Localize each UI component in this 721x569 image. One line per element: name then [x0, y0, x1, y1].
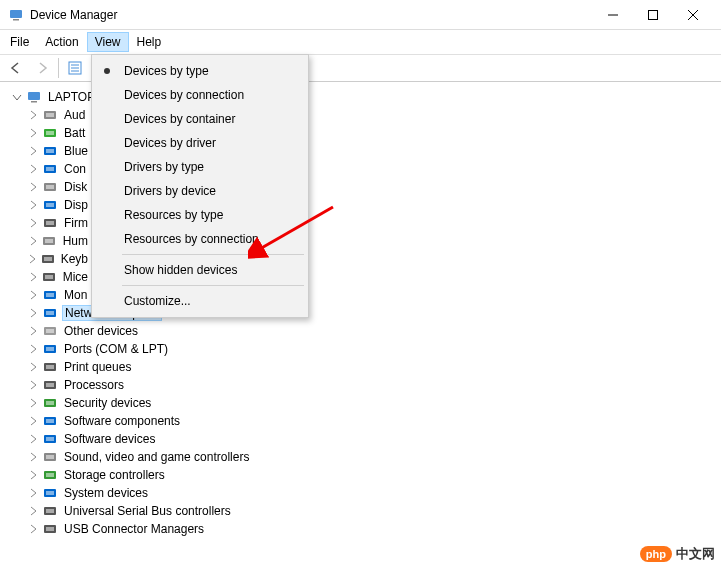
- menu-item-devices-by-container[interactable]: Devices by container: [94, 107, 306, 131]
- svg-rect-33: [45, 275, 53, 279]
- device-category[interactable]: USB Connector Managers: [8, 520, 713, 538]
- forward-button[interactable]: [30, 56, 54, 80]
- close-button[interactable]: [673, 1, 713, 29]
- device-category[interactable]: Hum: [8, 232, 90, 250]
- chevron-right-icon[interactable]: [26, 432, 40, 446]
- menu-item-label: Devices by container: [124, 112, 235, 126]
- device-label: Other devices: [62, 323, 140, 339]
- device-label: Con: [62, 161, 88, 177]
- device-category[interactable]: Software devices: [8, 430, 713, 448]
- chevron-right-icon[interactable]: [26, 504, 40, 518]
- menu-view[interactable]: View: [87, 32, 129, 52]
- svg-rect-61: [46, 527, 54, 531]
- menu-item-label: Drivers by device: [124, 184, 216, 198]
- device-label: Software devices: [62, 431, 157, 447]
- menu-help[interactable]: Help: [129, 32, 170, 52]
- device-label: Blue: [62, 143, 90, 159]
- audio-icon: [42, 107, 58, 123]
- menu-item-drivers-by-device[interactable]: Drivers by device: [94, 179, 306, 203]
- device-label: Processors: [62, 377, 126, 393]
- chevron-right-icon[interactable]: [26, 342, 40, 356]
- menu-item-drivers-by-type[interactable]: Drivers by type: [94, 155, 306, 179]
- device-category[interactable]: Processors: [8, 376, 713, 394]
- chevron-right-icon[interactable]: [26, 216, 40, 230]
- device-category[interactable]: Mice: [8, 268, 90, 286]
- menu-item-customize[interactable]: Customize...: [94, 289, 306, 313]
- svg-rect-39: [46, 329, 54, 333]
- device-category[interactable]: Blue: [8, 142, 90, 160]
- chevron-right-icon[interactable]: [26, 306, 40, 320]
- svg-rect-0: [10, 10, 22, 18]
- minimize-button[interactable]: [593, 1, 633, 29]
- device-category[interactable]: Software components: [8, 412, 713, 430]
- menu-item-devices-by-connection[interactable]: Devices by connection: [94, 83, 306, 107]
- svg-rect-41: [46, 347, 54, 351]
- chevron-right-icon[interactable]: [26, 288, 40, 302]
- device-category[interactable]: Keyb: [8, 250, 90, 268]
- menu-file[interactable]: File: [2, 32, 37, 52]
- device-category[interactable]: Disk: [8, 178, 90, 196]
- chevron-right-icon[interactable]: [26, 324, 40, 338]
- menu-action[interactable]: Action: [37, 32, 86, 52]
- menu-item-label: Drivers by type: [124, 160, 204, 174]
- device-category[interactable]: Aud: [8, 106, 90, 124]
- chevron-down-icon[interactable]: [10, 90, 24, 104]
- device-category[interactable]: Sound, video and game controllers: [8, 448, 713, 466]
- device-category[interactable]: Other devices: [8, 322, 713, 340]
- battery-icon: [42, 125, 58, 141]
- chevron-right-icon[interactable]: [26, 270, 39, 284]
- menu-item-show-hidden-devices[interactable]: Show hidden devices: [94, 258, 306, 282]
- device-category[interactable]: Print queues: [8, 358, 713, 376]
- chevron-right-icon[interactable]: [26, 234, 39, 248]
- menu-item-devices-by-driver[interactable]: Devices by driver: [94, 131, 306, 155]
- device-category[interactable]: Universal Serial Bus controllers: [8, 502, 713, 520]
- svg-rect-59: [46, 509, 54, 513]
- device-category[interactable]: Batt: [8, 124, 90, 142]
- chevron-right-icon[interactable]: [26, 252, 38, 266]
- svg-rect-19: [46, 149, 54, 153]
- menu-item-label: Resources by connection: [124, 232, 259, 246]
- device-category[interactable]: Storage controllers: [8, 466, 713, 484]
- watermark-text: 中文网: [676, 545, 715, 563]
- processor-icon: [42, 377, 58, 393]
- device-label: Disp: [62, 197, 90, 213]
- device-category[interactable]: Con: [8, 160, 90, 178]
- chevron-right-icon[interactable]: [26, 522, 40, 536]
- toolbar-properties-button[interactable]: [63, 56, 87, 80]
- network-icon: [42, 305, 58, 321]
- svg-rect-15: [46, 113, 54, 117]
- device-label: Aud: [62, 107, 87, 123]
- device-category[interactable]: Firm: [8, 214, 90, 232]
- svg-rect-29: [45, 239, 53, 243]
- chevron-right-icon[interactable]: [26, 126, 40, 140]
- menubar: FileActionViewHelp: [0, 30, 721, 54]
- menu-item-resources-by-connection[interactable]: Resources by connection: [94, 227, 306, 251]
- chevron-right-icon[interactable]: [26, 198, 40, 212]
- chevron-right-icon[interactable]: [26, 468, 40, 482]
- maximize-button[interactable]: [633, 1, 673, 29]
- chevron-right-icon[interactable]: [26, 378, 40, 392]
- device-category[interactable]: System devices: [8, 484, 713, 502]
- firmware-icon: [42, 215, 58, 231]
- chevron-right-icon[interactable]: [26, 162, 40, 176]
- chevron-right-icon[interactable]: [26, 360, 40, 374]
- toolbar-separator: [58, 58, 59, 78]
- menu-item-devices-by-type[interactable]: Devices by type: [94, 59, 306, 83]
- menu-item-resources-by-type[interactable]: Resources by type: [94, 203, 306, 227]
- mouse-icon: [41, 269, 56, 285]
- chevron-right-icon[interactable]: [26, 144, 40, 158]
- device-category[interactable]: Mon: [8, 286, 90, 304]
- menu-item-label: Devices by type: [124, 64, 209, 78]
- chevron-right-icon[interactable]: [26, 396, 40, 410]
- device-category[interactable]: Security devices: [8, 394, 713, 412]
- device-category[interactable]: Disp: [8, 196, 90, 214]
- chevron-right-icon[interactable]: [26, 486, 40, 500]
- chevron-right-icon[interactable]: [26, 108, 40, 122]
- other-icon: [42, 323, 58, 339]
- chevron-right-icon[interactable]: [26, 450, 40, 464]
- chevron-right-icon[interactable]: [26, 414, 40, 428]
- device-category[interactable]: Ports (COM & LPT): [8, 340, 713, 358]
- chevron-right-icon[interactable]: [26, 180, 40, 194]
- back-button[interactable]: [4, 56, 28, 80]
- watermark: php 中文网: [640, 545, 715, 563]
